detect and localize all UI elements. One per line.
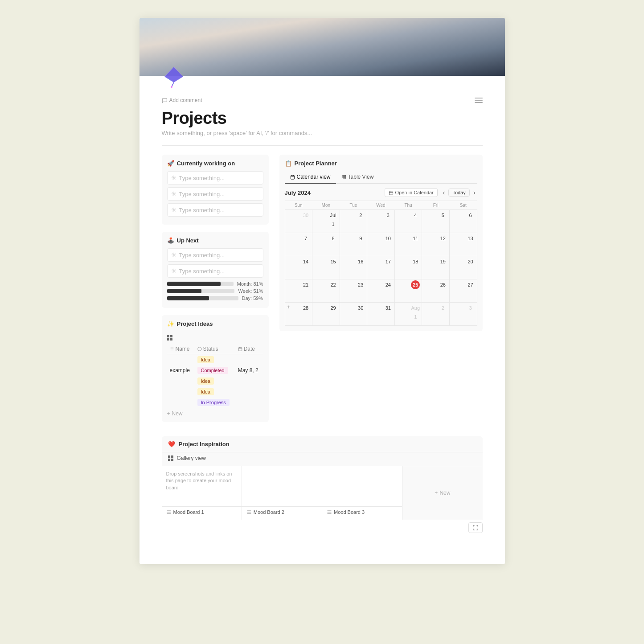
row-date	[235, 397, 263, 408]
cal-day[interactable]: 14	[285, 256, 312, 279]
currently-working-on-header: 🚀 Currently working on	[167, 160, 263, 167]
cal-day[interactable]: 27	[449, 279, 477, 303]
cal-day[interactable]: 30	[285, 210, 312, 233]
expand-btn[interactable]	[468, 522, 483, 533]
planner-tabs: Calendar view Table View	[285, 171, 477, 184]
svg-marker-0	[164, 67, 183, 82]
cal-day[interactable]: 6	[449, 210, 477, 233]
add-comment-btn[interactable]: Add comment	[162, 97, 202, 103]
table-row: In Progress	[167, 397, 263, 408]
up-next-header: 🕹️ Up Next	[167, 237, 263, 244]
cal-day[interactable]: 15	[312, 256, 340, 279]
table-row: Idea	[167, 386, 263, 397]
row-status: In Progress	[195, 397, 235, 408]
mood-board-1-body: Drop screenshots and links on this page …	[162, 466, 242, 506]
menu-line-3	[475, 102, 483, 103]
un-input-2[interactable]: ✳ Type something...	[167, 264, 263, 278]
row-date	[235, 386, 263, 397]
cal-day[interactable]: + 28	[285, 303, 312, 326]
mood-board-1-footer: Mood Board 1	[162, 506, 242, 517]
mood-board-2-body	[242, 466, 322, 506]
cw-input-2[interactable]: ✳ Type something...	[167, 187, 263, 201]
cal-day[interactable]: 26	[422, 279, 450, 303]
page-title: Projects	[139, 103, 505, 130]
mood-board-2-footer: Mood Board 2	[242, 506, 322, 517]
cal-day[interactable]: 31	[367, 303, 395, 326]
svg-rect-19	[389, 191, 393, 194]
cw-placeholder-1: Type something...	[179, 175, 225, 181]
project-inspiration-section: ❤️ Project Inspiration Gallery view Drop…	[139, 436, 505, 520]
cal-day[interactable]: 18	[394, 256, 422, 279]
cal-day[interactable]: 7	[285, 233, 312, 256]
cal-day[interactable]: 12	[422, 233, 450, 256]
calendar-nav: July 2024 Open in Calendar ‹ Today ›	[285, 188, 477, 197]
right-column: 📋 Project Planner Calendar view Table Vi…	[279, 155, 483, 429]
project-planner-section: 📋 Project Planner Calendar view Table Vi…	[279, 155, 483, 331]
cal-day[interactable]: 2	[340, 210, 367, 233]
left-column: 🚀 Currently working on ✳ Type something.…	[162, 155, 269, 429]
cal-day[interactable]: 3	[367, 210, 395, 233]
menu-line-1	[475, 98, 483, 98]
svg-rect-6	[238, 347, 242, 351]
cal-day[interactable]: 3	[449, 303, 477, 326]
cal-day[interactable]: Jul 1	[312, 210, 340, 233]
cal-day[interactable]: 21	[285, 279, 312, 303]
calendar-month-year: July 2024	[285, 189, 311, 196]
mood-board-1[interactable]: Drop screenshots and links on this page …	[162, 466, 242, 520]
svg-rect-10	[291, 175, 294, 179]
row-name	[167, 354, 195, 365]
progress-day-fill	[167, 296, 209, 300]
sparkle-icon: ✨	[167, 320, 174, 327]
cal-day[interactable]: 23	[340, 279, 367, 303]
currently-working-on-section: 🚀 Currently working on ✳ Type something.…	[162, 155, 269, 225]
today-btn[interactable]: Today	[448, 189, 469, 197]
open-calendar-btn[interactable]: Open in Calendar	[385, 188, 438, 197]
day-header-wed: Wed	[367, 201, 395, 210]
add-new-btn[interactable]: + New	[167, 408, 263, 417]
cal-day[interactable]: 19	[422, 256, 450, 279]
cal-day[interactable]: 2	[422, 303, 450, 326]
table-row: Idea	[167, 376, 263, 386]
cal-day[interactable]: 30	[340, 303, 367, 326]
open-calendar-label: Open in Calendar	[395, 190, 434, 195]
un-placeholder-1: Type something...	[179, 252, 225, 258]
prev-month-btn[interactable]: ‹	[441, 188, 447, 197]
grid-view-icon[interactable]	[167, 332, 263, 340]
cal-day[interactable]: 20	[449, 256, 477, 279]
gallery-new-btn[interactable]: + New	[402, 466, 482, 520]
mood-board-3[interactable]: Mood Board 3	[322, 466, 402, 520]
cal-day[interactable]: Aug 1	[394, 303, 422, 326]
cal-day[interactable]: 5	[422, 210, 450, 233]
next-month-btn[interactable]: ›	[472, 188, 477, 197]
add-event-btn[interactable]: +	[287, 304, 291, 310]
cal-day[interactable]: 22	[312, 279, 340, 303]
progress-section: Month: 81% Week: 51% Day: 59%	[167, 281, 263, 301]
progress-day: Day: 59%	[167, 295, 263, 301]
cw-input-1[interactable]: ✳ Type something...	[167, 171, 263, 185]
un-input-1[interactable]: ✳ Type something...	[167, 248, 263, 262]
cal-day[interactable]: 16	[340, 256, 367, 279]
row-name	[167, 397, 195, 408]
heart-icon: ❤️	[168, 441, 175, 447]
cw-input-3[interactable]: ✳ Type something...	[167, 203, 263, 217]
row-status: Completed	[195, 365, 235, 376]
cal-day[interactable]: 8	[312, 233, 340, 256]
svg-rect-14	[342, 175, 345, 179]
cal-day[interactable]: 17	[367, 256, 395, 279]
tab-table-view[interactable]: Table View	[336, 171, 379, 184]
cal-day[interactable]: 9	[340, 233, 367, 256]
cal-day[interactable]: 29	[312, 303, 340, 326]
mood-board-2[interactable]: Mood Board 2	[242, 466, 322, 520]
cal-day-today[interactable]: 25	[394, 279, 422, 303]
cw-placeholder-2: Type something...	[179, 191, 225, 197]
mood-board-1-description: Drop screenshots and links on this page …	[166, 471, 237, 491]
cal-day[interactable]: 13	[449, 233, 477, 256]
cal-day[interactable]: 11	[394, 233, 422, 256]
menu-button[interactable]	[475, 98, 483, 103]
col-name: Name	[167, 344, 195, 354]
toolbar-row: Add comment	[139, 94, 505, 103]
cal-day[interactable]: 4	[394, 210, 422, 233]
tab-calendar-view[interactable]: Calendar view	[285, 171, 336, 184]
cal-day[interactable]: 24	[367, 279, 395, 303]
cal-day[interactable]: 10	[367, 233, 395, 256]
